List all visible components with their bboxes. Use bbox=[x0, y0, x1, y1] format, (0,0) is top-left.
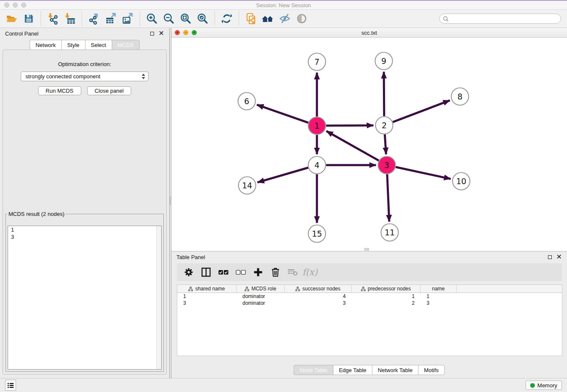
open-file-button[interactable] bbox=[4, 11, 19, 26]
graph-node-2[interactable]: 2 bbox=[376, 117, 393, 134]
column-header-shared-name[interactable]: shared name bbox=[177, 285, 237, 293]
table-settings-button[interactable] bbox=[183, 267, 194, 278]
zoom-out-button[interactable] bbox=[161, 11, 176, 26]
deselect-all-rows-button[interactable] bbox=[235, 267, 246, 278]
table-cell: 4 bbox=[285, 293, 352, 299]
search-input[interactable] bbox=[449, 15, 561, 22]
graph-node-9[interactable]: 9 bbox=[375, 52, 393, 70]
export-image-button[interactable] bbox=[120, 11, 135, 26]
minimize-window-button[interactable] bbox=[13, 3, 18, 8]
graph-node-8[interactable]: 8 bbox=[451, 88, 469, 105]
run-mcds-button[interactable]: Run MCDS bbox=[38, 86, 81, 95]
optimization-criterion-select[interactable]: strongly connected component bbox=[21, 72, 149, 81]
clone-network-button[interactable] bbox=[243, 11, 259, 26]
close-panel-icon[interactable]: ✕ bbox=[159, 31, 164, 36]
network-maximize-button[interactable]: + bbox=[192, 30, 197, 35]
float-table-panel-icon[interactable] bbox=[548, 255, 552, 259]
tab-style[interactable]: Style bbox=[61, 40, 85, 50]
table-panel-footer bbox=[171, 356, 567, 365]
splitter-handle[interactable] bbox=[170, 196, 171, 205]
graph-edge-3-10[interactable] bbox=[396, 167, 451, 179]
close-panel-button[interactable]: Close panel bbox=[87, 86, 132, 95]
graph-edge-3-11[interactable] bbox=[387, 174, 389, 221]
tab-node-table[interactable]: Node Table bbox=[294, 365, 333, 375]
column-header-predecessor-nodes[interactable]: predecessor nodes bbox=[352, 285, 421, 293]
maximize-window-button[interactable] bbox=[21, 3, 26, 8]
table-row[interactable]: 1dominator411 bbox=[177, 293, 562, 300]
delete-table-button[interactable] bbox=[287, 267, 298, 278]
column-header-successor-nodes[interactable]: successor nodes bbox=[285, 285, 352, 293]
column-header-label: MCDS role bbox=[251, 286, 276, 292]
tab-mcds[interactable]: MCDS bbox=[112, 40, 140, 50]
graph-node-4[interactable]: 4 bbox=[308, 157, 326, 174]
close-table-panel-icon[interactable]: ✕ bbox=[556, 254, 562, 259]
graph-edge-1-6[interactable] bbox=[257, 105, 308, 122]
graph-node-label: 1 bbox=[314, 121, 319, 130]
function-builder-button[interactable]: f(x) bbox=[304, 267, 316, 278]
column-header-label: predecessor nodes bbox=[368, 286, 411, 292]
network-minimize-button[interactable]: − bbox=[183, 30, 188, 35]
graph-node-1[interactable]: 1 bbox=[308, 117, 326, 135]
search-box[interactable] bbox=[439, 14, 561, 24]
node-table: shared nameMCDS rolesuccessor nodesprede… bbox=[177, 284, 562, 356]
export-table-button[interactable] bbox=[103, 11, 118, 26]
graph-node-7[interactable]: 7 bbox=[308, 53, 326, 71]
graph-node-label: 2 bbox=[382, 121, 387, 130]
tab-select[interactable]: Select bbox=[85, 40, 112, 50]
zoom-selected-button[interactable] bbox=[195, 11, 210, 26]
control-panel-header: Control Panel ✕ bbox=[0, 28, 169, 39]
application-window: Session: New Session Control bbox=[0, 0, 567, 392]
control-panel-tabs: NetworkStyleSelectMCDS bbox=[0, 40, 169, 50]
graph-edge-1-2[interactable] bbox=[326, 125, 373, 126]
graph-edge-4-14[interactable] bbox=[257, 168, 308, 182]
graph-edge-2-3[interactable] bbox=[385, 134, 386, 154]
graph-node-6[interactable]: 6 bbox=[238, 93, 256, 110]
delete-column-button[interactable] bbox=[270, 267, 281, 278]
hide-selected-button[interactable] bbox=[277, 11, 292, 26]
optimization-criterion-label: Optimization criterion: bbox=[3, 61, 166, 67]
close-window-button[interactable] bbox=[4, 3, 9, 8]
save-session-button[interactable] bbox=[21, 11, 36, 26]
memory-button[interactable]: Memory bbox=[526, 381, 562, 390]
result-scrollbar[interactable] bbox=[156, 226, 161, 369]
import-table-button[interactable] bbox=[62, 11, 77, 26]
column-header-label: successor nodes bbox=[302, 286, 340, 292]
graph-node-3[interactable]: 3 bbox=[378, 157, 396, 174]
canvas-resize-handle[interactable] bbox=[364, 248, 369, 251]
graph-node-14[interactable]: 14 bbox=[239, 177, 256, 194]
tab-motifs[interactable]: Motifs bbox=[418, 365, 445, 375]
mcds-result-item[interactable]: 3 bbox=[8, 233, 161, 240]
column-panel-button[interactable] bbox=[200, 267, 212, 278]
refresh-layout-button[interactable] bbox=[219, 11, 234, 26]
tab-edge-table[interactable]: Edge Table bbox=[333, 365, 372, 375]
column-header-name[interactable]: name bbox=[421, 285, 457, 293]
network-graph[interactable]: 7968124314101511 bbox=[171, 38, 567, 251]
mcds-result-item[interactable]: 1 bbox=[8, 226, 161, 233]
zoom-in-button[interactable] bbox=[144, 11, 160, 26]
network-canvas[interactable]: 7968124314101511 bbox=[171, 38, 567, 251]
select-all-rows-button[interactable] bbox=[217, 267, 229, 278]
export-network-button[interactable] bbox=[86, 11, 102, 26]
control-panel-title: Control Panel bbox=[5, 30, 39, 37]
graph-node-15[interactable]: 15 bbox=[308, 225, 326, 243]
graph-edge-2-8[interactable] bbox=[393, 100, 450, 122]
toolbar-separator bbox=[140, 11, 140, 26]
table-row[interactable]: 3dominator323 bbox=[177, 300, 562, 306]
show-all-button[interactable] bbox=[294, 11, 309, 26]
zoom-fit-button[interactable] bbox=[178, 11, 193, 26]
import-network-button[interactable] bbox=[45, 11, 61, 26]
task-history-button[interactable] bbox=[5, 380, 16, 391]
tab-network-table[interactable]: Network Table bbox=[372, 365, 418, 375]
mcds-result-list[interactable]: 13 bbox=[8, 226, 162, 370]
float-panel-icon[interactable] bbox=[150, 32, 154, 36]
graph-node-10[interactable]: 10 bbox=[453, 173, 470, 190]
network-close-button[interactable]: × bbox=[175, 30, 180, 35]
add-column-button[interactable] bbox=[252, 267, 264, 278]
graph-node-11[interactable]: 11 bbox=[381, 224, 399, 241]
first-neighbors-button[interactable] bbox=[260, 11, 275, 26]
table-cell: 1 bbox=[421, 293, 457, 299]
graph-edge-2-9[interactable] bbox=[384, 72, 384, 116]
graph-edge-3-1[interactable] bbox=[326, 131, 379, 161]
tab-network[interactable]: Network bbox=[30, 40, 61, 50]
column-header-MCDS-role[interactable]: MCDS role bbox=[237, 285, 285, 293]
